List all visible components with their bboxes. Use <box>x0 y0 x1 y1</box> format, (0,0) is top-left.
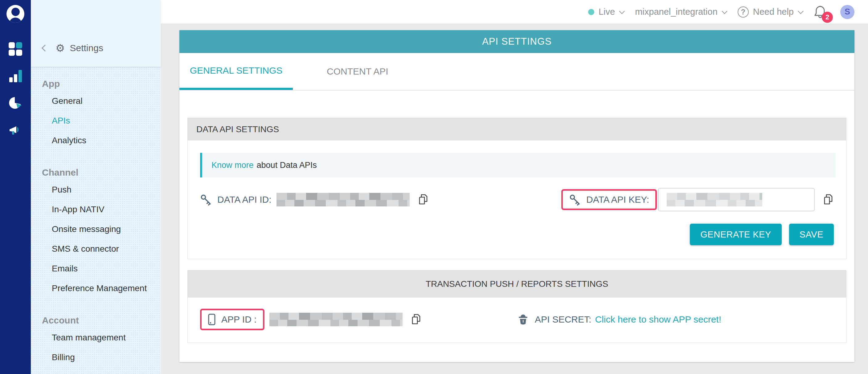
back-chevron-icon[interactable] <box>41 45 49 52</box>
show-app-secret-link[interactable]: Click here to show APP secret! <box>595 314 721 325</box>
data-api-id-label: DATA API ID: <box>217 194 272 205</box>
app-id-label: APP ID : <box>221 314 257 325</box>
know-more-link[interactable]: Know more <box>212 161 254 170</box>
dashboard-grid-icon[interactable] <box>8 42 23 56</box>
sidebar-item-analytics[interactable]: Analytics <box>31 131 161 150</box>
settings-sidebar: ⚙ Settings App General APIs Analytics Ch… <box>31 0 161 374</box>
user-avatar[interactable]: S <box>840 5 855 19</box>
chevron-down-icon <box>721 8 727 14</box>
tab-general-settings[interactable]: GENERAL SETTINGS <box>179 53 293 90</box>
api-settings-header: API SETTINGS <box>179 30 855 53</box>
data-api-id-masked-value <box>277 193 410 206</box>
key-icon <box>200 194 212 205</box>
data-api-key-row: DATA API KEY: <box>561 188 834 211</box>
api-secret-label: API SECRET: <box>535 314 591 325</box>
environment-label: Live <box>598 7 615 17</box>
sidebar-item-onsite-messaging[interactable]: Onsite messaging <box>31 219 161 239</box>
generate-key-button[interactable]: GENERATE KEY <box>690 224 781 245</box>
settings-nav: App General APIs Analytics Channel Push … <box>31 67 161 374</box>
notification-count-badge: 2 <box>822 12 833 23</box>
chevron-down-icon <box>619 8 625 14</box>
chevron-down-icon <box>798 8 803 14</box>
sidebar-item-general[interactable]: General <box>31 91 161 111</box>
live-status-dot-icon <box>588 9 594 15</box>
api-settings-card: API SETTINGS GENERAL SETTINGS CONTENT AP… <box>179 30 855 362</box>
data-api-settings-section: DATA API SETTINGS Know more about Data A… <box>187 118 846 259</box>
nav-section-account: Account <box>31 313 161 328</box>
settings-title: Settings <box>70 43 103 53</box>
data-api-settings-title: DATA API SETTINGS <box>188 118 846 140</box>
app-rail <box>0 0 31 374</box>
data-api-key-highlight-box: DATA API KEY: <box>561 189 657 210</box>
key-icon <box>569 194 581 205</box>
segments-pie-icon[interactable] <box>8 96 23 110</box>
api-settings-tabs: GENERAL SETTINGS CONTENT API <box>179 53 855 91</box>
sidebar-item-sms-connector[interactable]: SMS & connector <box>31 239 161 259</box>
transaction-push-section: TRANSACTION PUSH / REPORTS SETTINGS APP … <box>187 270 846 343</box>
data-api-id-row: DATA API ID: <box>200 193 561 206</box>
sidebar-item-preference-management[interactable]: Preference Management <box>31 278 161 298</box>
secret-spy-icon <box>517 313 529 326</box>
workspace-selector[interactable]: mixpanel_integration <box>635 7 726 17</box>
app-id-highlight-box: APP ID : <box>200 309 265 330</box>
need-help-menu[interactable]: ? Need help <box>738 6 802 18</box>
top-bar: Live mixpanel_integration ? Need help 2 … <box>161 0 868 24</box>
sidebar-item-inapp-nativ[interactable]: In-App NATIV <box>31 200 161 219</box>
copy-data-api-id-button[interactable] <box>418 194 429 206</box>
environment-selector[interactable]: Live <box>588 7 623 17</box>
api-secret-row: API SECRET: Click here to show APP secre… <box>517 313 834 326</box>
sidebar-item-push[interactable]: Push <box>31 180 161 200</box>
analytics-bars-icon[interactable] <box>8 69 23 83</box>
sidebar-item-apis[interactable]: APIs <box>31 111 161 131</box>
app-id-masked-value <box>270 313 403 326</box>
help-question-icon: ? <box>738 6 749 18</box>
copy-app-id-button[interactable] <box>410 313 422 326</box>
sidebar-item-billing[interactable]: Billing <box>31 347 161 367</box>
notifications-button[interactable]: 2 <box>814 5 827 19</box>
info-banner-text: about Data APIs <box>257 161 317 170</box>
brand-logo-icon[interactable] <box>6 5 24 23</box>
data-api-key-input[interactable] <box>658 188 815 211</box>
data-api-key-label: DATA API KEY: <box>586 194 649 205</box>
sidebar-item-team-management[interactable]: Team management <box>31 328 161 347</box>
page-title: API SETTINGS <box>482 36 552 47</box>
app-id-row: APP ID : <box>200 309 517 330</box>
need-help-label: Need help <box>753 7 794 17</box>
workspace-name: mixpanel_integration <box>635 7 718 17</box>
campaigns-megaphone-icon[interactable] <box>8 123 23 137</box>
copy-data-api-key-button[interactable] <box>823 194 834 206</box>
save-button[interactable]: SAVE <box>789 224 834 245</box>
nav-section-channel: Channel <box>31 165 161 180</box>
transaction-push-title: TRANSACTION PUSH / REPORTS SETTINGS <box>188 271 846 298</box>
gear-icon: ⚙ <box>56 43 65 53</box>
mobile-phone-icon <box>208 313 216 326</box>
data-api-key-masked-value <box>667 193 762 206</box>
data-api-info-banner: Know more about Data APIs <box>200 153 836 177</box>
nav-section-app: App <box>31 76 161 91</box>
settings-sidebar-header: ⚙ Settings <box>31 0 161 67</box>
sidebar-item-emails[interactable]: Emails <box>31 259 161 278</box>
tab-content-api[interactable]: CONTENT API <box>293 53 416 90</box>
